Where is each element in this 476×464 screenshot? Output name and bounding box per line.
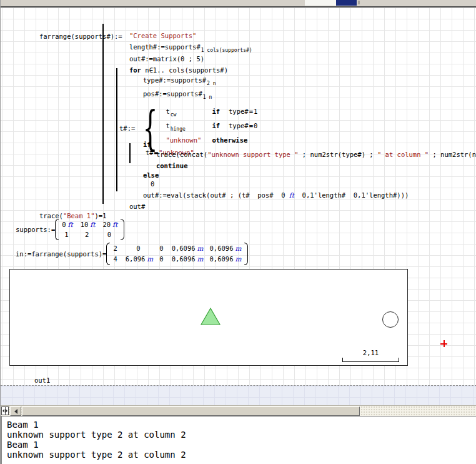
focused-toolbar-item [336, 0, 357, 6]
scale-bar [342, 358, 399, 362]
scroll-left-icon [14, 409, 17, 414]
insertion-cursor-crosshair [440, 340, 447, 347]
scroll-left-button[interactable] [10, 406, 21, 416]
matrix-cell: 2 [85, 231, 91, 239]
code-line-return-out[interactable]: out# [106, 194, 145, 219]
matrix-cell: 2 [113, 245, 119, 253]
if-block-bar [129, 143, 131, 163]
triangle-shape [201, 308, 220, 325]
matrix-cell: 0,6096m [210, 245, 242, 253]
page-prev-icon [2, 409, 4, 413]
pinned-support-triangle [200, 307, 221, 326]
toolbar-notch [358, 1, 360, 4]
matrix-cell: 0,6096m [172, 255, 204, 263]
unit-ft: ft [289, 191, 294, 199]
math-region-supports-def[interactable]: supports:= 0ft 10ft 20ft 1 2 0 [16, 219, 124, 240]
page-next-button[interactable] [5, 407, 9, 415]
piecewise-case: tcw if type#=1 [166, 108, 257, 122]
scrollbar-thumb[interactable] [22, 406, 360, 416]
matrix-cell: 0 [159, 245, 165, 253]
matrix-paren-right [121, 219, 124, 240]
matrix-cell: 0 [136, 245, 142, 253]
scale-label: 2,11 [342, 349, 399, 356]
beam-drawing-region[interactable]: 2,11 [9, 269, 408, 366]
console-line: unknown support type 2 at column 2 [7, 450, 476, 460]
code-line-out-eval[interactable]: out#:=eval(stack(out# ; (t# pos# 0 ft 0,… [119, 183, 409, 208]
page-next-icon [6, 409, 7, 413]
matrix-cell: 1 [64, 231, 70, 239]
console-line: Beam 1 [7, 440, 476, 450]
matrix-cell: 4 [113, 255, 119, 263]
application-window: farrange(supports#):= "Create Supports" … [0, 0, 476, 464]
horizontal-scrollbar[interactable] [1, 405, 476, 416]
toolbar-strip [1, 0, 476, 8]
math-region-result[interactable]: in:=farrange(supports)= 2 0 0 0,6096m 0,… [16, 243, 248, 265]
toolbar-remnant [305, 0, 336, 6]
matrix-cell: 0 [159, 255, 165, 263]
result-matrix: 2 0 0 0,6096m 0,6096m 4 6,096m 0 0,6096m… [106, 243, 248, 265]
supports-matrix: 0ft 10ft 20ft 1 2 0 [55, 219, 124, 240]
console-line: Beam 1 [7, 420, 476, 430]
for-loop-block-bar [116, 68, 117, 191]
matrix-cell: 0 [107, 231, 113, 239]
worksheet-page[interactable]: farrange(supports#):= "Create Supports" … [1, 8, 476, 385]
matrix-cell: 0,6096m [172, 245, 204, 253]
matrix-paren-right [244, 243, 248, 265]
page-break-margin-area [1, 385, 476, 405]
matrix-cell: 6,096m [126, 255, 154, 263]
console-line: unknown support type 2 at column 2 [7, 430, 476, 440]
program-block-bar [102, 24, 104, 204]
trace-output-console[interactable]: Beam 1 unknown support type 2 at column … [1, 416, 476, 464]
roller-support-circle [382, 311, 399, 328]
page-navigation-buttons[interactable] [1, 406, 9, 415]
matrix-cell: 20ft [102, 221, 117, 229]
matrix-cell: 0ft [62, 221, 72, 229]
matrix-cell: 10ft [81, 221, 96, 229]
matrix-index-subscript: 1 cols(supports#) [201, 48, 252, 53]
matrix-cell: 0,6096m [210, 255, 242, 263]
